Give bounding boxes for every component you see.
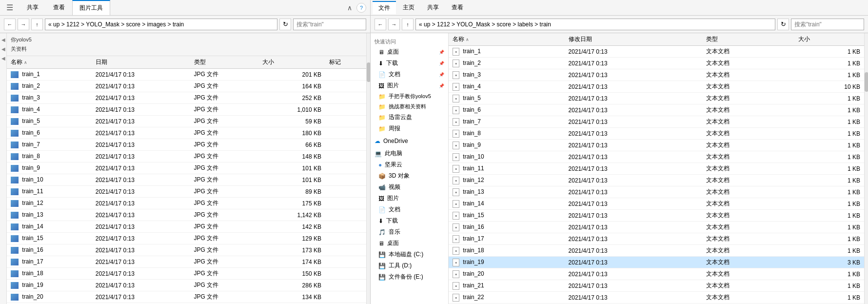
sidebar-item-desktop2[interactable]: 🖥 桌面 [371, 238, 448, 249]
help-btn[interactable]: ? [356, 3, 366, 13]
right-file-row[interactable]: ≡ train_10 2021/4/17 0:13 文本文档 1 KB [449, 151, 864, 163]
left-scrollbar[interactable] [366, 33, 370, 304]
left-file-row[interactable]: train_3 2021/4/17 0:13 JPG 文件 252 KB [7, 92, 366, 104]
left-file-row[interactable]: train_1 2021/4/17 0:13 JPG 文件 201 KB [7, 69, 366, 81]
sidebar-item-documents[interactable]: 📄 文档 [371, 204, 448, 215]
right-tab-view[interactable]: 查看 [446, 1, 469, 14]
right-col-size[interactable]: 大小 [794, 33, 864, 46]
sidebar-item-music[interactable]: 🎵 音乐 [371, 226, 448, 238]
right-address-bar[interactable] [415, 19, 775, 30]
sidebar-item-local-c[interactable]: 💾 本地磁盘 (C:) [371, 249, 448, 260]
sidebar-item-download[interactable]: ⬇ 下载 📌 [371, 58, 448, 69]
left-quick-item-resource[interactable]: 关资料 [9, 44, 366, 54]
col-mark[interactable]: 标记 [325, 56, 366, 69]
right-back-btn[interactable]: ← [375, 19, 386, 30]
right-tab-home[interactable]: 主页 [397, 1, 420, 14]
right-file-row[interactable]: ≡ train_13 2021/4/17 0:13 文本文档 1 KB [449, 186, 864, 198]
left-refresh-btn[interactable]: ↻ [279, 19, 291, 30]
side-arrow-2[interactable]: ◀ [1, 46, 5, 52]
left-file-row[interactable]: train_17 2021/4/17 0:13 JPG 文件 174 KB [7, 256, 366, 268]
right-file-row[interactable]: ≡ train_6 2021/4/17 0:13 文本文档 1 KB [449, 104, 864, 116]
left-file-row[interactable]: train_10 2021/4/17 0:13 JPG 文件 101 KB [7, 174, 366, 186]
back-btn[interactable]: ← [4, 19, 16, 30]
right-file-row[interactable]: ≡ train_16 2021/4/17 0:13 文本文档 1 KB [449, 222, 864, 233]
sidebar-item-yolov5[interactable]: 📁 手把手教你yolov5 [371, 91, 448, 101]
left-address-bar[interactable] [45, 19, 277, 30]
left-file-row[interactable]: train_7 2021/4/17 0:13 JPG 文件 66 KB [7, 139, 366, 151]
left-collapse-btn[interactable]: ∧ [345, 3, 355, 13]
left-file-row[interactable]: train_18 2021/4/17 0:13 JPG 文件 150 KB [7, 268, 366, 280]
sidebar-item-desktop[interactable]: 🖥 桌面 📌 [371, 46, 448, 58]
left-tab-picture-tools[interactable]: 图片工具 [72, 0, 110, 15]
right-file-row[interactable]: ≡ train_9 2021/4/17 0:13 文本文档 1 KB [449, 140, 864, 151]
right-search-input[interactable] [791, 19, 864, 30]
right-refresh-btn[interactable]: ↻ [777, 19, 789, 30]
forward-btn[interactable]: → [18, 19, 29, 30]
sidebar-item-thispc[interactable]: 💻 此电脑 [371, 148, 448, 159]
right-file-row[interactable]: ≡ train_1 2021/4/17 0:13 文本文档 1 KB [449, 46, 864, 58]
left-file-row[interactable]: train_20 2021/4/17 0:13 JPG 文件 134 KB [7, 291, 366, 303]
sidebar-item-videos[interactable]: 📹 视频 [371, 182, 448, 193]
sidebar-item-competition[interactable]: 📁 挑战赛相关资料 [371, 101, 448, 112]
right-up-btn[interactable]: ↑ [402, 19, 414, 30]
right-file-row[interactable]: ≡ train_22 2021/4/17 0:13 文本文档 1 KB [449, 292, 864, 304]
right-scrollbar[interactable] [864, 33, 868, 304]
left-file-row[interactable]: train_2 2021/4/17 0:13 JPG 文件 164 KB [7, 81, 366, 92]
right-file-row[interactable]: ≡ train_3 2021/4/17 0:13 文本文档 1 KB [449, 69, 864, 81]
col-size[interactable]: 大小 [258, 56, 325, 69]
right-file-row[interactable]: ≡ train_8 2021/4/17 0:13 文本文档 1 KB [449, 128, 864, 140]
right-scroll-thumb[interactable] [865, 72, 868, 92]
col-date[interactable]: 日期 [92, 56, 190, 69]
sidebar-item-pictures[interactable]: 🖼 图片 📌 [371, 80, 448, 91]
right-file-row[interactable]: ≡ train_7 2021/4/17 0:13 文本文档 1 KB [449, 116, 864, 128]
right-file-row[interactable]: ≡ train_17 2021/4/17 0:13 文本文档 1 KB [449, 233, 864, 245]
sidebar-item-onedrive[interactable]: ☁ OneDrive [371, 136, 448, 146]
right-tab-file[interactable]: 文件 [373, 1, 396, 14]
right-col-date[interactable]: 修改日期 [565, 33, 703, 46]
right-file-row[interactable]: ≡ train_18 2021/4/17 0:13 文本文档 1 KB [449, 245, 864, 257]
sidebar-item-drive-d[interactable]: 💾 工具 (D:) [371, 260, 448, 271]
sidebar-item-backup-e[interactable]: 💾 文件备份 (E:) [371, 271, 448, 283]
left-tab-share[interactable]: 共享 [20, 0, 46, 15]
sidebar-item-jianguoyun[interactable]: ● 坚果云 [371, 159, 448, 170]
sidebar-item-weekly[interactable]: 📁 周报 [371, 123, 448, 134]
right-forward-btn[interactable]: → [388, 19, 400, 30]
right-file-row[interactable]: ≡ train_2 2021/4/17 0:13 文本文档 1 KB [449, 58, 864, 69]
right-tab-share[interactable]: 共享 [421, 1, 445, 14]
left-file-row[interactable]: train_4 2021/4/17 0:13 JPG 文件 1,010 KB [7, 104, 366, 116]
col-type[interactable]: 类型 [190, 56, 258, 69]
right-file-row[interactable]: ≡ train_15 2021/4/17 0:13 文本文档 1 KB [449, 210, 864, 222]
sidebar-item-docs[interactable]: 📄 文档 📌 [371, 69, 448, 80]
sidebar-item-downloads[interactable]: ⬇ 下载 [371, 215, 448, 226]
left-file-row[interactable]: train_6 2021/4/17 0:13 JPG 文件 180 KB [7, 127, 366, 139]
up-btn[interactable]: ↑ [31, 19, 43, 30]
right-file-row[interactable]: ≡ train_14 2021/4/17 0:13 文本文档 1 KB [449, 198, 864, 210]
sidebar-item-cloud[interactable]: 📁 迅雷云盘 [371, 112, 448, 123]
left-file-row[interactable]: train_14 2021/4/17 0:13 JPG 文件 142 KB [7, 221, 366, 233]
side-arrow-3[interactable]: ◀ [1, 56, 5, 61]
left-scroll-thumb[interactable] [367, 62, 370, 82]
right-file-row[interactable]: ≡ train_11 2021/4/17 0:13 文本文档 1 KB [449, 163, 864, 175]
right-file-row[interactable]: ≡ train_19 2021/4/17 0:13 文本文档 3 KB [449, 257, 864, 268]
left-quick-item-yolov5[interactable]: 你yolov5 [9, 35, 366, 44]
left-search-input[interactable] [293, 19, 366, 30]
sidebar-item-images[interactable]: 🖼 图片 [371, 193, 448, 204]
right-file-row[interactable]: ≡ train_12 2021/4/17 0:13 文本文档 1 KB [449, 175, 864, 186]
sidebar-item-3dobjects[interactable]: 📦 3D 对象 [371, 170, 448, 182]
left-file-row[interactable]: train_16 2021/4/17 0:13 JPG 文件 173 KB [7, 244, 366, 256]
left-file-row[interactable]: train_11 2021/4/17 0:13 JPG 文件 89 KB [7, 186, 366, 198]
left-file-row[interactable]: train_15 2021/4/17 0:13 JPG 文件 129 KB [7, 233, 366, 244]
right-file-row[interactable]: ≡ train_20 2021/4/17 0:13 文本文档 1 KB [449, 268, 864, 280]
left-tab-view[interactable]: 查看 [46, 0, 72, 15]
right-col-type[interactable]: 类型 [702, 33, 794, 46]
right-file-row[interactable]: ≡ train_21 2021/4/17 0:13 文本文档 1 KB [449, 280, 864, 292]
left-expand-btn[interactable]: ☰ [0, 3, 20, 12]
right-col-name[interactable]: 名称 ∧ [449, 33, 565, 46]
left-file-row[interactable]: train_9 2021/4/17 0:13 JPG 文件 101 KB [7, 162, 366, 174]
left-file-row[interactable]: train_19 2021/4/17 0:13 JPG 文件 286 KB [7, 280, 366, 291]
left-file-row[interactable]: train_5 2021/4/17 0:13 JPG 文件 59 KB [7, 116, 366, 127]
right-file-row[interactable]: ≡ train_5 2021/4/17 0:13 文本文档 1 KB [449, 93, 864, 104]
side-arrow-1[interactable]: ◀ [1, 37, 5, 42]
left-file-row[interactable]: train_8 2021/4/17 0:13 JPG 文件 148 KB [7, 151, 366, 162]
left-file-row[interactable]: train_13 2021/4/17 0:13 JPG 文件 1,142 KB [7, 209, 366, 221]
